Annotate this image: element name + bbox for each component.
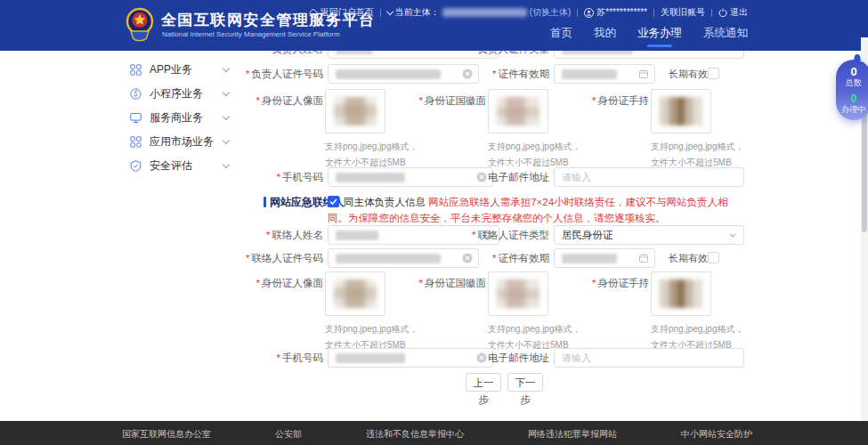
chevron-down-icon	[223, 113, 230, 120]
service-provider-icon	[130, 112, 142, 124]
sidebar: APP业务 小程序业务 服务商业务 应用市场业务 安全评估	[121, 51, 241, 405]
upload-hint: 支持png,jpeg,jpg格式，文件大小不超过5MB	[651, 139, 750, 170]
email-input[interactable]	[554, 348, 744, 368]
id-emblem-upload-box[interactable]	[488, 271, 548, 316]
total-count: 0	[836, 66, 868, 78]
footer-links: 国家互联网信息办公室 公安部 违法和不良信息举报中心 网络违法犯罪举报网站 中小…	[122, 428, 752, 441]
nav-mine[interactable]: 我的	[594, 26, 616, 49]
email-label: 电子邮件地址	[442, 167, 549, 187]
divider	[380, 9, 381, 17]
notification-bell-icon[interactable]	[852, 52, 863, 68]
uploaded-photo-blurred	[334, 97, 377, 125]
long-term-checkbox[interactable]	[708, 252, 719, 263]
email-input[interactable]	[554, 167, 744, 187]
sidebar-item-app[interactable]: APP业务	[121, 58, 241, 82]
processing-count: 0	[836, 93, 868, 105]
emergency-note: 同主体负责人信息 网站应急联络人需承担7×24小时联络责任，建议不与网站负责人相…	[328, 195, 748, 225]
uploaded-photo-blurred	[334, 279, 377, 308]
uploaded-photo-blurred	[660, 97, 702, 125]
uploaded-photo-blurred	[497, 279, 539, 308]
portal-home-link[interactable]: 返回门户首页	[309, 6, 374, 19]
link-old-account[interactable]: 关联旧账号	[661, 6, 705, 19]
selected-cert-type: 居民身份证	[562, 229, 613, 242]
sidebar-item-label: 小程序业务	[150, 86, 203, 101]
footer-link-cybercrime-report[interactable]: 网络违法犯罪举报网站	[528, 428, 617, 441]
blurred-value	[336, 173, 405, 182]
footer-link-cac[interactable]: 国家互联网信息办公室	[122, 428, 211, 441]
validity-date-input[interactable]	[554, 64, 655, 84]
utility-bar: 返回门户首页 当前主体： (切换主体) 苏************ 关联旧账号 …	[309, 6, 748, 19]
chevron-down-icon	[223, 161, 230, 168]
blurred-value	[336, 69, 441, 79]
same-as-responsible-label: 同主体负责人信息	[344, 197, 426, 207]
app-market-icon	[130, 136, 142, 148]
id-portrait-upload-box[interactable]	[325, 89, 385, 134]
id-handheld-upload-box[interactable]	[651, 271, 711, 316]
sidebar-item-service-provider[interactable]: 服务商业务	[121, 106, 241, 130]
divider	[653, 9, 654, 17]
chevron-down-icon	[223, 137, 230, 144]
processing-count-label: 办理中	[836, 105, 868, 115]
entity-name-blurred	[442, 8, 527, 17]
id-handheld-upload-box[interactable]	[651, 89, 711, 134]
nav-system-notice[interactable]: 系统通知	[703, 26, 748, 49]
blurred-value	[562, 254, 617, 263]
miniprogram-icon	[130, 88, 142, 100]
chevron-down-icon[interactable]	[727, 230, 738, 240]
police-badge-logo	[122, 6, 158, 44]
footer-link-report-center[interactable]: 违法和不良信息举报中心	[366, 428, 464, 441]
uploaded-photo-blurred	[497, 97, 539, 125]
contact-cert-type-select[interactable]: 居民身份证	[554, 225, 744, 245]
blurred-value	[336, 353, 405, 363]
previous-step-button[interactable]: 上一步	[466, 373, 501, 392]
sidebar-item-security-assessment[interactable]: 安全评估	[121, 154, 241, 178]
page: 负责人姓名 负责人证件类型 负责人证件号码 证件有效期 长期有效 身份证人像面 …	[0, 0, 868, 445]
sidebar-item-label: 服务商业务	[150, 110, 203, 125]
same-as-responsible-checkbox[interactable]	[328, 196, 339, 211]
divider	[711, 9, 712, 17]
email-label: 电子邮件地址	[442, 348, 549, 368]
account-info[interactable]: 苏************	[584, 6, 647, 19]
divider	[577, 9, 578, 17]
upload-hint: 支持png,jpeg,jpg格式，文件大小不超过5MB	[488, 139, 588, 170]
long-term-label: 长期有效	[669, 64, 708, 84]
home-icon	[309, 8, 318, 17]
security-assessment-icon	[130, 160, 142, 172]
header: 全国互联网安全管理服务平台 National Internet Security…	[0, 0, 868, 51]
current-entity[interactable]: 当前主体： (切换主体)	[387, 6, 572, 19]
validity-date-input[interactable]	[554, 248, 655, 268]
footer-link-mps[interactable]: 公安部	[275, 428, 302, 441]
footer-link-sme-protection[interactable]: 中小网站安全防护	[681, 428, 752, 441]
next-step-button[interactable]: 下一步	[507, 373, 543, 392]
calendar-icon[interactable]	[638, 69, 649, 79]
id-emblem-label: 身份证国徽面	[379, 273, 486, 293]
blurred-value	[336, 231, 378, 240]
main-nav: 首页 我的 业务办理 系统通知	[550, 26, 748, 49]
sidebar-item-app-market[interactable]: 应用市场业务	[121, 130, 241, 154]
sidebar-item-label: APP业务	[150, 62, 192, 77]
platform-subtitle: National Internet Security Management Se…	[162, 30, 340, 38]
sidebar-item-label: 应用市场业务	[150, 134, 214, 150]
logout-link[interactable]: 退出	[718, 6, 748, 19]
nav-business-handling[interactable]: 业务办理	[637, 26, 682, 49]
sidebar-item-miniprogram[interactable]: 小程序业务	[121, 82, 241, 106]
task-status-widget[interactable]: 0 总数 0 办理中	[836, 60, 868, 120]
chevron-down-icon	[223, 89, 230, 96]
long-term-label: 长期有效	[669, 248, 708, 268]
long-term-checkbox[interactable]	[708, 68, 719, 79]
user-icon	[584, 8, 594, 18]
id-handheld-label: 身份证手持	[542, 91, 649, 110]
power-icon	[718, 8, 727, 17]
nav-home[interactable]: 首页	[550, 26, 572, 49]
switch-entity-link[interactable]: (切换主体)	[530, 6, 572, 19]
id-emblem-upload-box[interactable]	[488, 89, 548, 134]
id-handheld-label: 身份证手持	[542, 273, 649, 293]
blurred-value	[336, 254, 441, 263]
contact-cert-type-label: 联络人证件类型	[442, 225, 549, 245]
validity-label: 证件有效期	[442, 64, 549, 84]
calendar-icon[interactable]	[638, 253, 649, 263]
footer: 国家互联网信息办公室 公安部 违法和不良信息举报中心 网络违法犯罪举报网站 中小…	[0, 421, 868, 445]
chevron-down-icon	[223, 65, 230, 72]
id-portrait-upload-box[interactable]	[325, 271, 385, 316]
entity-label: 当前主体：	[395, 6, 440, 19]
